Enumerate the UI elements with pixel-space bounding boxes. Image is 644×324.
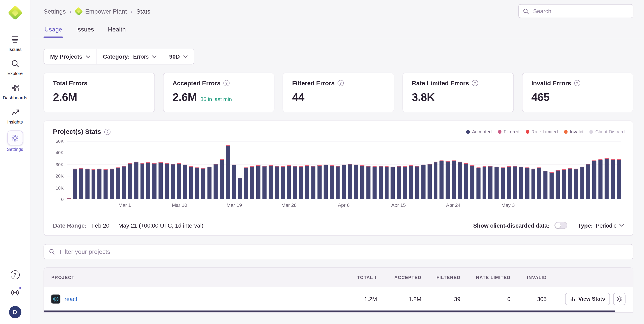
chart-bar[interactable] — [128, 163, 132, 199]
chart-bar[interactable] — [391, 167, 395, 199]
chart-bar[interactable] — [85, 168, 90, 199]
whats-new-button[interactable] — [10, 287, 20, 298]
chart-bar[interactable] — [189, 166, 193, 199]
legend-invalid[interactable]: Invalid — [564, 129, 583, 134]
chart-bar[interactable] — [464, 163, 468, 199]
chart-bar[interactable] — [531, 168, 536, 199]
chart-bar[interactable] — [214, 164, 218, 199]
info-icon[interactable]: ? — [338, 80, 344, 86]
chart-bar[interactable] — [202, 168, 206, 199]
chart-bar[interactable] — [67, 198, 71, 199]
chart-bar[interactable] — [378, 165, 383, 199]
chart-bar[interactable] — [336, 165, 340, 199]
chart-bar[interactable] — [409, 165, 413, 199]
breadcrumb-org[interactable]: Empower Plant — [75, 8, 127, 15]
chart-bar[interactable] — [458, 162, 462, 199]
chart-bar[interactable] — [427, 164, 432, 199]
info-icon[interactable]: ? — [104, 129, 110, 135]
chart-bar[interactable] — [617, 159, 621, 199]
chart-bar[interactable] — [519, 167, 523, 199]
chart-bar[interactable] — [140, 163, 144, 199]
tab-health[interactable]: Health — [107, 22, 126, 38]
client-discard-toggle[interactable] — [554, 222, 567, 229]
sidebar-item-settings[interactable]: Settings — [1, 131, 29, 152]
legend-rate-limited[interactable]: Rate Limited — [526, 129, 558, 134]
info-icon[interactable]: ? — [224, 80, 230, 86]
project-settings-button[interactable] — [613, 293, 626, 305]
chart-bar[interactable] — [372, 166, 376, 199]
chart-bar[interactable] — [397, 165, 401, 199]
col-invalid[interactable]: INVALID — [510, 275, 546, 280]
chart-bar[interactable] — [544, 171, 548, 199]
chart-bar[interactable] — [110, 168, 114, 199]
chart-bar[interactable] — [171, 164, 175, 199]
chart-bar[interactable] — [354, 164, 358, 199]
sidebar-item-explore[interactable]: Explore — [1, 58, 29, 76]
chart-bar[interactable] — [611, 159, 615, 199]
chart-bar[interactable] — [550, 172, 554, 199]
chart-bar[interactable] — [244, 167, 248, 199]
col-filtered[interactable]: FILTERED — [422, 275, 460, 280]
chart-bar[interactable] — [538, 167, 542, 199]
chart-bar[interactable] — [330, 165, 334, 199]
legend-filtered[interactable]: Filtered — [498, 129, 520, 134]
chart-bar[interactable] — [275, 165, 279, 199]
chart-bar[interactable] — [98, 168, 102, 199]
sidebar-item-issues[interactable]: Issues — [1, 34, 29, 52]
chart-bar[interactable] — [311, 165, 316, 199]
category-filter-dropdown[interactable]: Category: Errors — [96, 49, 163, 64]
chart-bar[interactable] — [158, 162, 163, 199]
chart-bar[interactable] — [586, 164, 590, 199]
chart-bar[interactable] — [415, 165, 420, 199]
chart-bar[interactable] — [281, 166, 285, 199]
chart-bar[interactable] — [360, 165, 364, 199]
chart-bar[interactable] — [574, 168, 578, 199]
chart-bar[interactable] — [446, 161, 450, 199]
chart-bar[interactable] — [268, 165, 273, 199]
col-project[interactable]: PROJECT — [52, 275, 332, 280]
chart-bar[interactable] — [318, 165, 322, 199]
chart-bar[interactable] — [403, 166, 407, 199]
chart-bar[interactable] — [91, 169, 96, 199]
info-icon[interactable]: ? — [574, 80, 580, 86]
chart-bar[interactable] — [256, 165, 260, 199]
chart-bar[interactable] — [440, 160, 444, 199]
type-dropdown[interactable]: Type: Periodic — [578, 222, 624, 229]
chart-bar[interactable] — [324, 164, 328, 199]
chart-bar[interactable] — [122, 165, 126, 199]
chart-bar[interactable] — [452, 160, 456, 199]
chart-bar[interactable] — [513, 165, 517, 199]
chart-bar[interactable] — [568, 168, 572, 199]
chart-bar[interactable] — [580, 167, 584, 199]
chart-bar[interactable] — [73, 168, 77, 199]
chart-bar[interactable] — [262, 165, 266, 199]
chart-bar[interactable] — [134, 162, 138, 199]
chart-bar[interactable] — [238, 178, 242, 199]
project-link[interactable]: react — [64, 296, 77, 302]
chart-bar[interactable] — [495, 167, 499, 199]
col-total[interactable]: TOTAL↓ — [332, 274, 377, 280]
tab-usage[interactable]: Usage — [44, 22, 63, 38]
chart-bar[interactable] — [384, 166, 389, 199]
col-accepted[interactable]: ACCEPTED — [377, 275, 422, 280]
project-filter-input[interactable] — [59, 248, 628, 256]
search-input[interactable] — [532, 7, 629, 15]
chart-bar[interactable] — [293, 165, 297, 199]
chart-bar[interactable] — [146, 162, 150, 199]
chart-bar[interactable] — [287, 165, 291, 199]
chart-bar[interactable] — [598, 159, 603, 199]
chart-bar[interactable] — [434, 162, 438, 199]
user-avatar[interactable]: D — [9, 306, 21, 318]
chart-bar[interactable] — [164, 163, 169, 199]
chart-bar[interactable] — [476, 167, 480, 199]
period-filter-dropdown[interactable]: 90D — [163, 49, 194, 64]
chart-bar[interactable] — [104, 169, 108, 199]
chart-bar[interactable] — [305, 165, 309, 199]
chart-bar[interactable] — [177, 163, 181, 199]
tab-issues[interactable]: Issues — [75, 22, 95, 38]
chart-bar[interactable] — [604, 158, 609, 199]
org-logo[interactable] — [8, 6, 22, 20]
breadcrumb-settings[interactable]: Settings — [44, 8, 66, 15]
chart-bar[interactable] — [250, 166, 254, 199]
info-icon[interactable]: ? — [472, 80, 478, 86]
